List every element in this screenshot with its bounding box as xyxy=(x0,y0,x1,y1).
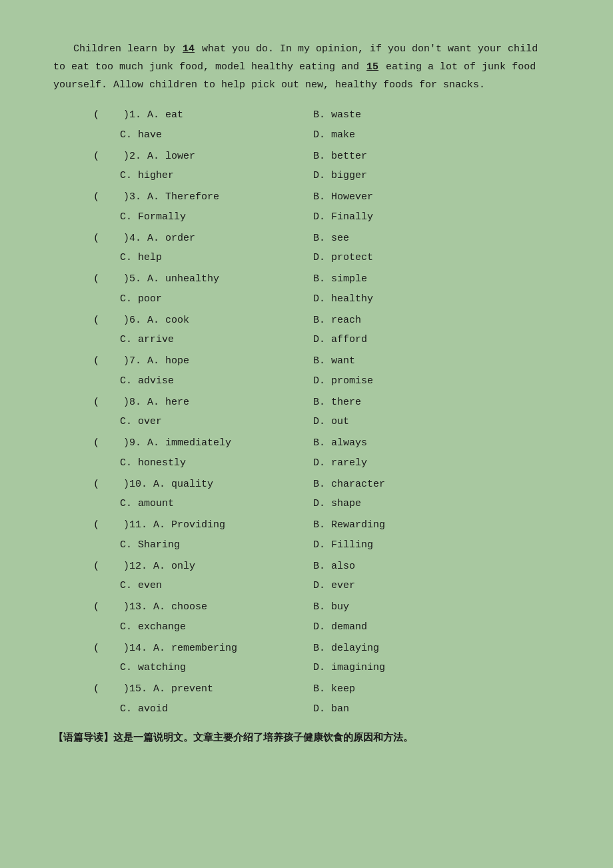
question-row-3-cd: C. Formally D. Finally xyxy=(53,208,560,227)
q10-right-cd: D. shape xyxy=(300,495,546,513)
question-row-8-cd: C. over D. out xyxy=(53,413,560,431)
q1-optD: make xyxy=(331,129,355,141)
question-row-7-cd: C. advise D. promise xyxy=(53,372,560,391)
q3-optD: Finally xyxy=(331,211,373,223)
q9-optC: honestly xyxy=(138,457,186,469)
q11-left-cd: C. Sharing xyxy=(53,536,300,555)
q13-right-cd: D. demand xyxy=(300,618,546,637)
q15-right-cd: D. ban xyxy=(300,700,546,719)
question-row-11-ab: ( )11. A. Providing B. Rewarding xyxy=(53,516,560,535)
q4-right-ab: B. see xyxy=(300,229,546,248)
q5-right-ab: B. simple xyxy=(300,270,546,289)
q3-left-ab: ( )3. A. Therefore xyxy=(53,188,300,207)
question-row-2-ab: ( )2. A. lower B. better xyxy=(53,147,560,166)
q1-right-ab: B. waste xyxy=(300,106,546,125)
question-row-15-ab: ( )15. A. prevent B. keep xyxy=(53,680,560,699)
q10-right-ab: B. character xyxy=(300,475,546,494)
question-row-15-cd: C. avoid D. ban xyxy=(53,700,560,719)
q2-right-cd: D. bigger xyxy=(300,167,546,185)
q15-right-ab: B. keep xyxy=(300,680,546,699)
q12-optA: only xyxy=(171,561,195,572)
q15-left-ab: ( )15. A. prevent xyxy=(53,680,300,699)
question-row-4-ab: ( )4. A. order B. see xyxy=(53,229,560,248)
intro-line2b: eating a lot of junk food xyxy=(380,61,536,73)
q14-optC: watching xyxy=(138,662,186,673)
question-row-10-cd: C. amount D. shape xyxy=(53,495,560,513)
q11-right-cd: D. Filling xyxy=(300,536,546,555)
question-row-10-ab: ( )10. A. quality B. character xyxy=(53,475,560,494)
q6-left-ab: ( )6. A. cook xyxy=(53,311,300,330)
q1-optC: have xyxy=(138,129,162,141)
q7-right-ab: B. want xyxy=(300,352,546,371)
intro-line2: to eat too much junk food, model healthy… xyxy=(53,61,365,73)
intro-line3: yourself. Allow children to help pick ou… xyxy=(53,79,485,91)
q6-left-cd: C. arrive xyxy=(53,331,300,349)
q9-optD: rarely xyxy=(331,457,367,469)
intro-line1: Children learn by xyxy=(73,43,181,55)
q14-bracket: ( ) xyxy=(93,643,129,654)
q15-optA: prevent xyxy=(171,683,213,695)
blank2: 15 xyxy=(365,61,380,73)
q11-optA: Providing xyxy=(171,519,225,531)
q6-right-cd: D. afford xyxy=(300,331,546,349)
q1-bracket: ( ) xyxy=(93,109,129,121)
q8-left-ab: ( )8. A. here xyxy=(53,393,300,412)
q6-optD: afford xyxy=(331,334,367,345)
q4-left-cd: C. help xyxy=(53,249,300,267)
question-row-2-cd: C. higher D. bigger xyxy=(53,167,560,185)
q8-bracket: ( ) xyxy=(93,397,129,408)
q7-optA: hope xyxy=(165,355,189,367)
q9-optA: immediately xyxy=(165,437,231,449)
q1-optA: eat xyxy=(165,109,183,121)
question-row-5-ab: ( )5. A. unhealthy B. simple xyxy=(53,270,560,289)
question-row-6-ab: ( )6. A. cook B. reach xyxy=(53,311,560,330)
q11-optB: Rewarding xyxy=(331,519,385,531)
q9-optB: always xyxy=(331,437,367,449)
q11-right-ab: B. Rewarding xyxy=(300,516,546,535)
question-row-5-cd: C. poor D. healthy xyxy=(53,290,560,309)
q6-optC: arrive xyxy=(138,334,174,345)
q9-bracket: ( ) xyxy=(93,437,129,449)
q4-left-ab: ( )4. A. order xyxy=(53,229,300,248)
q8-left-cd: C. over xyxy=(53,413,300,431)
footer-note: 【语篇导读】这是一篇说明文。文章主要介绍了培养孩子健康饮食的原因和方法。 xyxy=(53,729,560,747)
q12-left-ab: ( )12. A. only xyxy=(53,557,300,576)
q2-left-cd: C. higher xyxy=(53,167,300,185)
q3-optB: However xyxy=(331,191,373,203)
q5-left-ab: ( )5. A. unhealthy xyxy=(53,270,300,289)
question-row-13-cd: C. exchange D. demand xyxy=(53,618,560,637)
intro-paragraph: Children learn by 14 what you do. In my … xyxy=(53,40,560,94)
question-row-12-ab: ( )12. A. only B. also xyxy=(53,557,560,576)
q10-optD: shape xyxy=(331,498,361,509)
q12-optD: ever xyxy=(331,580,355,591)
question-row-7-ab: ( )7. A. hope B. want xyxy=(53,352,560,371)
q14-left-ab: ( )14. A. remembering xyxy=(53,639,300,658)
q7-optC: advise xyxy=(138,375,174,387)
q14-left-cd: C. watching xyxy=(53,659,300,677)
q5-right-cd: D. healthy xyxy=(300,290,546,309)
q6-optA: cook xyxy=(165,315,189,326)
q15-optB: keep xyxy=(331,683,355,695)
q13-optD: demand xyxy=(331,621,367,633)
q6-bracket: ( ) xyxy=(93,315,129,326)
q4-optA: order xyxy=(165,233,195,244)
q3-optC: Formally xyxy=(138,211,186,223)
q4-optB: see xyxy=(331,233,349,244)
q4-optC: help xyxy=(138,252,162,263)
q2-optC: higher xyxy=(138,170,174,181)
q8-optB: there xyxy=(331,397,361,408)
q2-optD: bigger xyxy=(331,170,367,181)
q11-left-ab: ( )11. A. Providing xyxy=(53,516,300,535)
question-row-13-ab: ( )13. A. choose B. buy xyxy=(53,598,560,617)
q5-optB: simple xyxy=(331,273,367,285)
questions-container: ( )1. A. eat B. waste C. have D. make ( … xyxy=(53,106,560,719)
q14-optA: remembering xyxy=(171,643,237,654)
question-row-12-cd: C. even D. ever xyxy=(53,577,560,595)
q10-left-cd: C. amount xyxy=(53,495,300,513)
question-row-9-cd: C. honestly D. rarely xyxy=(53,454,560,473)
q8-right-cd: D. out xyxy=(300,413,546,431)
question-row-6-cd: C. arrive D. afford xyxy=(53,331,560,349)
q7-bracket: ( ) xyxy=(93,355,129,367)
q5-optA: unhealthy xyxy=(165,273,219,285)
q1-left-cd: C. have xyxy=(53,126,300,145)
